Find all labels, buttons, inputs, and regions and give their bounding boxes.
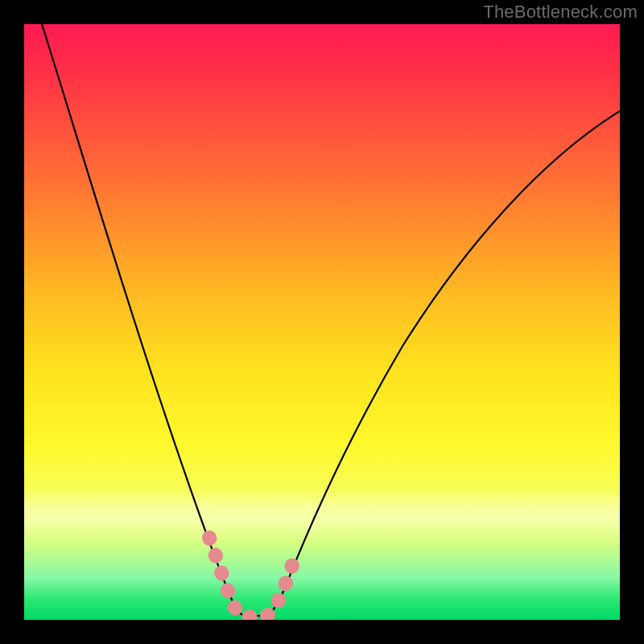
highlight-band — [209, 538, 296, 617]
curve-layer — [24, 24, 620, 620]
outer-frame: TheBottleneck.com — [0, 0, 644, 644]
bottleneck-curve — [42, 24, 620, 616]
plot-area — [24, 24, 620, 620]
watermark-text: TheBottleneck.com — [483, 2, 638, 23]
